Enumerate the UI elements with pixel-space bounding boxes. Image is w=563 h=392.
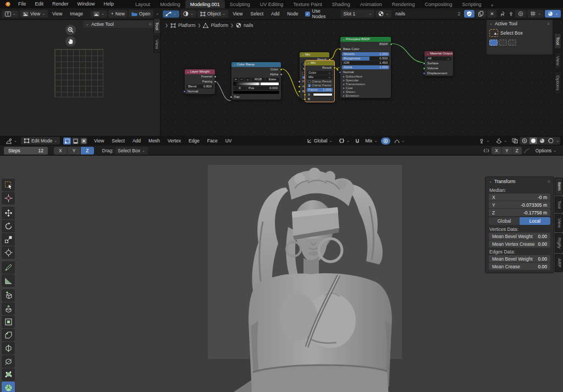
- tool-bevel[interactable]: [2, 329, 15, 341]
- sidebar-tab-arp[interactable]: ARP: [555, 254, 563, 272]
- vertex-select-button[interactable]: [63, 137, 71, 145]
- pin-icon[interactable]: [500, 11, 506, 17]
- shader-menu-node[interactable]: Node: [284, 10, 301, 18]
- transform-panel-header[interactable]: ⌄ Transform ≡: [485, 177, 554, 186]
- mean-vertex-crease-field[interactable]: Mean Vertex Crease0.00: [489, 240, 550, 247]
- mean-crease-field[interactable]: Mean Crease0.00: [489, 263, 550, 270]
- active-tool-panel-header[interactable]: ⌄ Active Tool ≡: [487, 19, 553, 27]
- select-box-tool-icon[interactable]: [489, 29, 498, 37]
- shader-type-icon-dropdown[interactable]: ⌄: [180, 10, 196, 18]
- stop-position-slider[interactable]: Pos0.000: [247, 86, 279, 90]
- open-image-button[interactable]: Open: [129, 10, 153, 18]
- tab-modeling[interactable]: Modeling: [155, 0, 185, 8]
- socket-facing[interactable]: Facing: [185, 79, 215, 84]
- preview-shading-dropdown[interactable]: ⌄: [545, 10, 561, 18]
- mesh-menu[interactable]: Mesh: [145, 137, 163, 145]
- add-stop-button[interactable]: +: [233, 78, 239, 81]
- editor-type-dropdown[interactable]: ⌄: [163, 10, 179, 18]
- overlays-dropdown[interactable]: ⌄: [527, 10, 544, 18]
- median-y-field[interactable]: Y-0.073305 m: [489, 201, 550, 208]
- image-sidebar-tab-view[interactable]: View: [153, 36, 161, 53]
- section-sheen[interactable]: ▸ Sheen: [340, 90, 391, 94]
- snap-settings-dropdown[interactable]: Mix ⌄: [362, 137, 380, 145]
- stop-index-field[interactable]: 0: [233, 86, 246, 90]
- axis-y-button[interactable]: Y: [68, 147, 81, 154]
- socket-surface[interactable]: Surface: [424, 61, 453, 66]
- median-z-field[interactable]: Z-0.17758 m: [489, 209, 550, 216]
- image-menu-view[interactable]: View: [49, 10, 65, 18]
- rendered-shading-button[interactable]: [547, 137, 555, 144]
- node-material-output[interactable]: ⌄ Material Output All⌄ Surface Volume Di…: [424, 51, 454, 76]
- node-color-ramp[interactable]: ⌄ Color Ramp Color Alpha + − ⌄ RGB ⌄ Eas…: [231, 62, 282, 100]
- tab-uv-editing[interactable]: UV Editing: [255, 0, 289, 8]
- tool-loop-cut[interactable]: [2, 342, 15, 355]
- pivot-point-dropdown[interactable]: ⌄: [336, 137, 352, 145]
- roughness-slider[interactable]: Roughness0.500: [342, 57, 389, 60]
- socket-b[interactable]: B: [305, 97, 334, 102]
- tab-modeling-001[interactable]: Modeling.001: [185, 0, 225, 8]
- edge-select-button[interactable]: [71, 137, 79, 145]
- editor-type-dropdown[interactable]: T ⌄: [2, 10, 19, 18]
- menu-edit[interactable]: Edit: [31, 0, 48, 8]
- panel-menu-icon[interactable]: ≡: [149, 21, 152, 27]
- tool-inset-faces[interactable]: [2, 316, 15, 328]
- add-workspace-button[interactable]: +: [486, 3, 498, 8]
- alpha-slider[interactable]: Alpha1.000: [342, 65, 389, 69]
- stop-color-swatch[interactable]: [233, 91, 279, 94]
- node-mix-selected[interactable]: ⌄ Mix Result Color⌄ Mix⌄ Clamp Result ✓C…: [305, 60, 335, 102]
- global-button[interactable]: Global: [489, 217, 520, 225]
- select-set-button[interactable]: [489, 40, 498, 46]
- socket-normal[interactable]: Normal: [185, 89, 215, 94]
- show-gizmo-dropdown[interactable]: ⌄: [476, 137, 492, 145]
- menu-render[interactable]: Render: [48, 0, 73, 8]
- ramp-stop-0[interactable]: [234, 82, 235, 86]
- section-emission[interactable]: ▸ Emission: [340, 94, 391, 98]
- shader-menu-select[interactable]: Select: [247, 10, 267, 18]
- color-ramp-gradient[interactable]: [233, 82, 279, 86]
- slot-dropdown[interactable]: Slot 1 ⌄: [341, 10, 375, 18]
- solid-shading-button[interactable]: [529, 137, 537, 144]
- transform-orientation-dropdown[interactable]: Global ⌄: [304, 137, 335, 145]
- tab-animation[interactable]: Animation: [355, 0, 387, 8]
- section-transmission[interactable]: ▸ Transmission: [340, 82, 391, 86]
- node-layer-weight[interactable]: ⌄ Layer Weight Fresnel Facing Blend0.800…: [184, 69, 216, 95]
- socket-result[interactable]: Result: [305, 65, 334, 70]
- sidebar-tab-item[interactable]: Item: [555, 178, 563, 195]
- tool-scale[interactable]: [2, 233, 15, 246]
- uv-menu[interactable]: UV: [222, 137, 235, 145]
- ramp-stop-active[interactable]: [259, 82, 261, 86]
- pin-icon[interactable]: [157, 11, 158, 17]
- socket-base-color[interactable]: Base Color: [340, 47, 391, 52]
- socket-fresnel[interactable]: Fresnel: [185, 74, 215, 79]
- sidebar-tab-tool[interactable]: Tool: [555, 196, 563, 213]
- viewport-canvas[interactable]: ⌄ Transform ≡ Median: X-0 m Y-0.073305 m…: [0, 156, 563, 392]
- caret-icon[interactable]: ⌄: [556, 139, 559, 142]
- panel-menu-icon[interactable]: ≡: [548, 179, 550, 184]
- proportional-editing-toggle[interactable]: [381, 137, 390, 145]
- socket-color[interactable]: Color: [231, 67, 281, 72]
- mean-bevel-weight-field[interactable]: Mean Bevel Weight0.00: [489, 233, 550, 240]
- options-dropdown[interactable]: Options ⌄: [533, 147, 559, 154]
- menu-file[interactable]: File: [14, 0, 31, 8]
- zoom-tool-button[interactable]: [65, 25, 76, 35]
- tool-poly-build[interactable]: [2, 368, 15, 381]
- material-preview-button[interactable]: [538, 137, 546, 144]
- clamp-factor-checkbox[interactable]: ✓Clamp Factor: [305, 84, 334, 87]
- tool-move[interactable]: [2, 207, 15, 219]
- fake-user-button[interactable]: [464, 10, 474, 18]
- edge-mean-bevel-weight-field[interactable]: Mean Bevel Weight0.00: [489, 255, 550, 262]
- tool-extrude-region[interactable]: [2, 302, 15, 315]
- socket-volume[interactable]: Volume: [424, 66, 453, 71]
- falloff-dropdown[interactable]: ⌄: [391, 137, 407, 145]
- tool-rotate[interactable]: [2, 220, 15, 233]
- mix-data-type-dropdown[interactable]: Color⌄: [307, 71, 333, 75]
- image-mode-dropdown[interactable]: View ⌄: [20, 10, 48, 18]
- face-menu[interactable]: Face: [204, 137, 221, 145]
- new-image-button[interactable]: + New: [108, 10, 128, 18]
- section-specular[interactable]: ▸ Specular: [340, 79, 391, 82]
- socket-fac[interactable]: Fac: [231, 95, 281, 100]
- ior-slider[interactable]: IOR1.450: [342, 61, 389, 65]
- face-select-button[interactable]: [80, 137, 87, 145]
- axis-x-button[interactable]: X: [54, 147, 68, 154]
- mirror-x-button[interactable]: X: [492, 147, 502, 154]
